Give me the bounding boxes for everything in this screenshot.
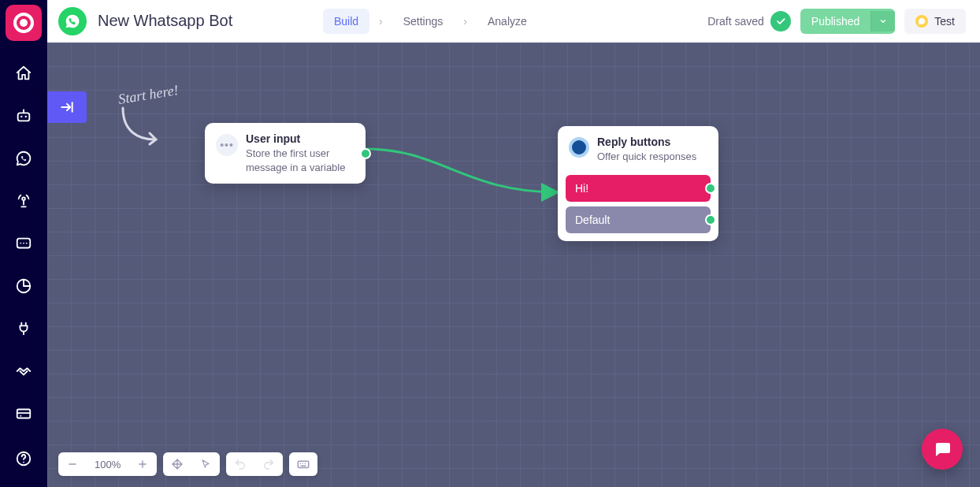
tab-separator: › [463,15,467,28]
redo-icon [262,458,275,470]
test-label: Test [934,15,955,28]
move-icon [171,458,184,470]
zoom-in-button[interactable] [128,452,157,476]
nav-whatsapp[interactable] [8,143,39,174]
main-area: New Whatsapp Bot Build › Settings › Anal… [47,0,980,487]
channel-whatsapp-icon [58,7,87,35]
reply-option-label: Default [575,214,610,226]
keyboard-button[interactable] [289,452,317,476]
nav-bots[interactable] [8,100,39,132]
svg-rect-0 [18,113,30,121]
node-user-input[interactable]: ••• User input Store the first user mess… [205,123,366,184]
keyboard-shortcuts [289,452,317,476]
inbox-icon [15,235,32,252]
panel-collapse-handle[interactable] [47,91,87,123]
svg-point-1 [20,116,22,117]
bot-icon [15,107,32,125]
flow-canvas[interactable]: Start here! ••• User input Store the fir… [47,43,980,487]
zoom-value: 100% [87,459,128,470]
reply-option-hi[interactable]: Hi! [566,175,711,202]
test-button[interactable]: Test [904,9,966,34]
output-port[interactable] [705,183,716,194]
speech-bubble-icon: ••• [216,134,238,156]
chat-icon [933,440,952,459]
cursor-mode-controls [163,452,220,476]
output-port[interactable] [360,148,371,159]
reply-option-label: Hi! [575,182,588,195]
draft-status: Draft saved [707,11,791,32]
undo-icon [234,458,247,470]
plug-icon [15,320,32,337]
app-sidebar [0,0,47,487]
draft-status-label: Draft saved [707,15,764,28]
handshake-icon [15,362,32,380]
zoom-controls: 100% [58,452,157,476]
svg-point-2 [25,116,27,117]
nav-billing[interactable] [8,398,39,429]
nav-inbox[interactable] [8,228,39,259]
support-chat-button[interactable] [922,429,963,470]
tab-build[interactable]: Build [323,9,369,34]
canvas-toolbar: 100% [58,452,317,476]
check-icon [770,11,791,32]
svg-point-6 [20,243,21,244]
chevron-down-icon[interactable] [870,11,895,32]
bot-title[interactable]: New Whatsapp Bot [98,12,232,30]
redo-button[interactable] [254,452,283,476]
publish-button[interactable]: Published [800,9,896,34]
tab-settings[interactable]: Settings [392,9,455,34]
canvas-grid [47,43,980,487]
app-logo[interactable] [6,5,42,41]
node-desc: Store the first user message in a variab… [246,147,355,174]
keyboard-icon [296,457,310,471]
svg-point-11 [20,415,21,417]
svg-rect-14 [299,461,310,467]
node-desc: Offer quick responses [597,150,696,164]
zoom-out-button[interactable] [58,452,87,476]
tab-analyze[interactable]: Analyze [477,9,538,34]
analytics-icon [15,277,32,295]
whatsapp-icon [15,150,32,167]
broadcast-icon [15,192,32,210]
node-title: User input [246,132,355,145]
output-port[interactable] [705,214,716,225]
nav-home[interactable] [8,58,39,89]
reply-buttons-icon [569,137,589,158]
billing-icon [15,405,32,422]
publish-label: Published [800,9,871,34]
select-tool-button[interactable] [191,452,220,476]
undo-button[interactable] [226,452,254,476]
nav-broadcast[interactable] [8,185,39,217]
collapse-icon [59,99,75,115]
plus-icon [137,459,148,470]
builder-tabs: Build › Settings › Analyze [323,9,538,34]
nav-integrations[interactable] [8,313,39,344]
svg-point-13 [23,462,24,463]
home-icon [15,65,32,82]
top-header: New Whatsapp Bot Build › Settings › Anal… [47,0,980,43]
minus-icon [67,459,78,470]
nav-help[interactable] [8,443,39,474]
cursor-icon [200,459,211,470]
history-controls [226,452,283,476]
test-whatsapp-icon [915,15,928,28]
nav-analytics[interactable] [8,270,39,302]
header-actions: Draft saved Published Test [707,9,966,34]
pan-tool-button[interactable] [163,452,191,476]
help-icon [15,450,32,467]
tab-separator: › [379,15,383,28]
svg-point-3 [23,110,24,111]
nav-partners[interactable] [8,355,39,387]
svg-point-7 [23,243,24,244]
reply-option-default[interactable]: Default [566,206,711,233]
svg-point-8 [26,243,28,244]
node-title: Reply buttons [597,136,696,148]
node-reply-buttons[interactable]: Reply buttons Offer quick responses Hi! … [558,126,718,241]
